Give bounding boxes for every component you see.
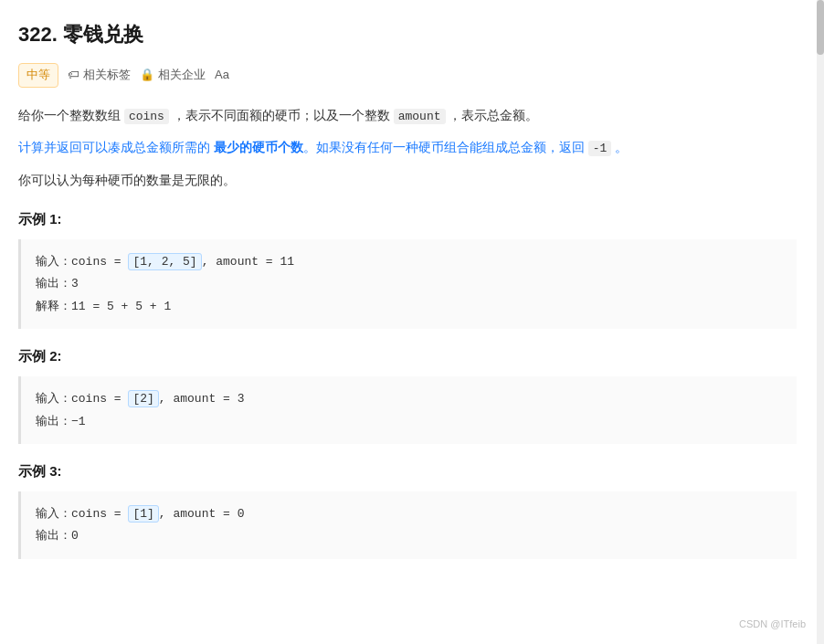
description-3: 你可以认为每种硬币的数量是无限的。 bbox=[18, 169, 797, 192]
example-3-title: 示例 3: bbox=[18, 460, 797, 482]
example-1-amount: 11 bbox=[280, 255, 294, 269]
example-3-amount: 0 bbox=[238, 507, 245, 521]
example-2-box: 输入：coins = [2], amount = 3 输出：−1 bbox=[18, 376, 797, 444]
coins-code-1: coins bbox=[124, 109, 169, 124]
difficulty-tag[interactable]: 中等 bbox=[18, 63, 58, 88]
page-title: 322. 零钱兑换 bbox=[18, 18, 797, 50]
description-1: 给你一个整数数组 coins ，表示不同面额的硬币；以及一个整数 amount … bbox=[18, 104, 797, 127]
example-2-arr: [2] bbox=[128, 390, 158, 407]
page-wrapper: 322. 零钱兑换 中等 🏷 相关标签 🔒 相关企业 Aa 给你一个整数数组 c… bbox=[0, 0, 824, 644]
related-tags-label: 相关标签 bbox=[83, 66, 131, 85]
scrollbar-thumb[interactable] bbox=[817, 0, 824, 55]
related-tags-link[interactable]: 🏷 相关标签 bbox=[68, 66, 131, 85]
tags-row: 中等 🏷 相关标签 🔒 相关企业 Aa bbox=[18, 63, 797, 88]
example-3-arr: [1] bbox=[128, 505, 158, 523]
example-3-box: 输入：coins = [1], amount = 0 输出：0 bbox=[18, 491, 797, 559]
amount-code-1: amount bbox=[394, 109, 446, 124]
scrollbar[interactable] bbox=[817, 0, 824, 644]
font-size-link[interactable]: Aa bbox=[215, 66, 229, 85]
neg-one-code: -1 bbox=[588, 141, 612, 156]
related-company-link[interactable]: 🔒 相关企业 bbox=[140, 66, 206, 85]
example-1-title: 示例 1: bbox=[18, 208, 797, 230]
example-2-title: 示例 2: bbox=[18, 345, 797, 367]
example-1-input: 输入：coins = [1, 2, 5], amount = 11 bbox=[36, 251, 782, 272]
example-1-output: 输出：3 bbox=[36, 273, 782, 294]
description-2: 计算并返回可以凑成总金额所需的 最少的硬币个数。如果没有任何一种硬币组合能组成总… bbox=[18, 136, 797, 159]
example-1-explain: 解释：11 = 5 + 5 + 1 bbox=[36, 296, 782, 317]
lock-icon: 🔒 bbox=[140, 66, 154, 85]
example-1-arr: [1, 2, 5] bbox=[128, 253, 201, 270]
example-2-output: 输出：−1 bbox=[36, 411, 782, 432]
tag-icon: 🏷 bbox=[68, 66, 79, 85]
example-2-amount: 3 bbox=[238, 392, 245, 406]
example-2-input: 输入：coins = [2], amount = 3 bbox=[36, 388, 782, 409]
font-size-label: Aa bbox=[215, 66, 229, 85]
example-1-box: 输入：coins = [1, 2, 5], amount = 11 输出：3 解… bbox=[18, 239, 797, 329]
bold-phrase: 最少的硬币个数 bbox=[214, 140, 303, 154]
related-company-label: 相关企业 bbox=[158, 66, 206, 85]
example-3-input: 输入：coins = [1], amount = 0 bbox=[36, 503, 782, 524]
footer-watermark: CSDN @ITfeib bbox=[739, 617, 806, 633]
example-3-output: 输出：0 bbox=[36, 525, 782, 546]
